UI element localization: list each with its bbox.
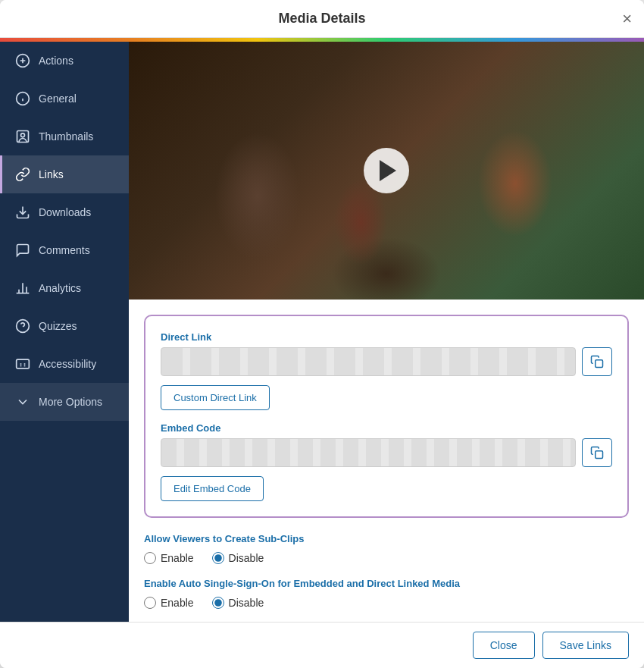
sidebar-label-more-options: More Options: [39, 396, 102, 408]
svg-rect-15: [17, 359, 30, 368]
close-button[interactable]: Close: [473, 632, 535, 659]
info-circle-icon: [14, 90, 31, 107]
video-section: [129, 42, 644, 300]
play-button[interactable]: [364, 148, 409, 193]
direct-link-label: Direct Link: [161, 331, 612, 343]
modal-body: Actions General Thumbnails: [0, 42, 644, 622]
sidebar-label-links: Links: [39, 168, 64, 180]
edit-embed-code-button[interactable]: Edit Embed Code: [161, 476, 264, 501]
embed-code-label: Embed Code: [161, 422, 612, 434]
person-square-icon: [14, 128, 31, 145]
modal-title: Media Details: [278, 11, 365, 27]
sso-disable-radio[interactable]: [212, 597, 224, 609]
sidebar-item-comments[interactable]: Comments: [0, 231, 129, 269]
sidebar-item-thumbnails[interactable]: Thumbnails: [0, 118, 129, 155]
svg-point-7: [21, 133, 25, 137]
embed-code-row: [161, 438, 612, 467]
sidebar-label-quizzes: Quizzes: [39, 320, 77, 332]
plus-circle-icon: [14, 52, 31, 69]
sso-radio-group: Enable Disable: [144, 597, 629, 609]
sidebar-label-accessibility: Accessibility: [39, 358, 96, 370]
sso-disable-option[interactable]: Disable: [212, 597, 264, 609]
svg-rect-16: [596, 360, 603, 368]
custom-direct-link-button[interactable]: Custom Direct Link: [161, 385, 270, 410]
sidebar-item-general[interactable]: General: [0, 80, 129, 118]
direct-link-input[interactable]: [161, 347, 576, 376]
sub-clips-disable-label: Disable: [229, 552, 264, 564]
sidebar-label-comments: Comments: [39, 244, 90, 256]
sidebar-label-thumbnails: Thumbnails: [39, 130, 93, 143]
play-triangle-icon: [380, 160, 396, 181]
question-circle-icon: [14, 318, 31, 334]
embed-code-input[interactable]: [161, 438, 576, 467]
direct-link-row: [161, 347, 612, 376]
chevron-down-icon: [14, 394, 31, 410]
sidebar-label-actions: Actions: [39, 55, 73, 67]
bar-chart-icon: [14, 280, 31, 296]
sub-clips-label: Allow Viewers to Create Sub-Clips: [144, 533, 629, 544]
sidebar-label-analytics: Analytics: [39, 282, 81, 294]
sub-clips-disable-option[interactable]: Disable: [212, 552, 264, 564]
sidebar-item-actions[interactable]: Actions: [0, 42, 129, 80]
sub-clips-radio-group: Enable Disable: [144, 552, 629, 564]
sidebar-item-links[interactable]: Links: [0, 155, 129, 193]
sub-clips-disable-radio[interactable]: [212, 552, 224, 564]
download-icon: [14, 204, 31, 221]
sidebar-item-accessibility[interactable]: Accessibility: [0, 345, 129, 383]
links-card: Direct Link Custom Direct Link Embed Cod…: [144, 315, 629, 518]
sidebar-label-general: General: [39, 93, 77, 105]
sso-enable-option[interactable]: Enable: [144, 597, 194, 609]
sidebar-item-more-options[interactable]: More Options: [0, 383, 129, 421]
sso-enable-radio[interactable]: [144, 597, 156, 609]
chat-icon: [14, 242, 31, 259]
cc-icon: [14, 356, 31, 372]
sidebar-item-quizzes[interactable]: Quizzes: [0, 307, 129, 345]
sso-label: Enable Auto Single-Sign-On for Embedded …: [144, 578, 629, 589]
sub-clips-enable-option[interactable]: Enable: [144, 552, 194, 564]
modal-footer: Close Save Links: [0, 622, 644, 668]
sso-enable-label: Enable: [161, 597, 194, 609]
sidebar-label-downloads: Downloads: [39, 206, 91, 218]
modal-header: Media Details ×: [0, 0, 644, 38]
sidebar-item-analytics[interactable]: Analytics: [0, 269, 129, 307]
sso-disable-label: Disable: [229, 597, 264, 609]
copy-direct-link-button[interactable]: [582, 347, 612, 376]
link-icon: [14, 166, 31, 183]
sub-clips-enable-radio[interactable]: [144, 552, 156, 564]
video-thumbnail: [129, 42, 644, 300]
content-area: Direct Link Custom Direct Link Embed Cod…: [129, 42, 644, 622]
sidebar-item-downloads[interactable]: Downloads: [0, 193, 129, 231]
sub-clips-enable-label: Enable: [161, 552, 194, 564]
close-icon[interactable]: ×: [622, 11, 632, 27]
copy-embed-code-button[interactable]: [582, 438, 612, 467]
save-links-button[interactable]: Save Links: [542, 632, 629, 659]
svg-rect-17: [596, 451, 603, 459]
sidebar: Actions General Thumbnails: [0, 42, 129, 622]
main-content: Direct Link Custom Direct Link Embed Cod…: [129, 300, 644, 622]
media-details-modal: Media Details × Actions: [0, 0, 644, 668]
